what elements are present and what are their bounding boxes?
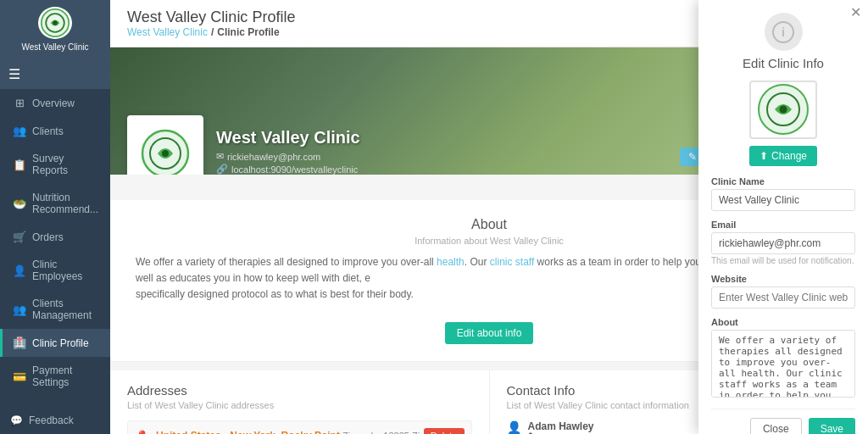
edit-clinic-panel: ✕ i Edit Clinic Info ⬆ Change Clinic Nam… bbox=[698, 0, 868, 434]
svg-text:i: i bbox=[782, 25, 785, 39]
upload-icon: ⬆ bbox=[760, 150, 768, 162]
nutrition-icon: 🥗 bbox=[13, 198, 26, 210]
change-logo-button[interactable]: ⬆ Change bbox=[749, 146, 817, 166]
sidebar-item-label: Clients Management bbox=[32, 298, 100, 321]
location-icon: 📍 bbox=[135, 430, 149, 434]
addresses-section: Addresses List of West Valley Clinic add… bbox=[110, 370, 490, 434]
addresses-title: Addresses bbox=[127, 383, 472, 398]
sidebar-clinic-name: West Valley Clinic bbox=[21, 42, 88, 53]
feedback-item[interactable]: 💬 Feedback bbox=[0, 407, 110, 434]
clients-icon: 👥 bbox=[13, 125, 26, 137]
address-location: United States - New York, Rocky Point Zi… bbox=[156, 428, 465, 434]
sidebar-item-clients[interactable]: 👥 Clients bbox=[0, 117, 110, 145]
sidebar-item-overview[interactable]: ⊞ Overview bbox=[0, 89, 110, 117]
save-button[interactable]: Save bbox=[809, 418, 855, 434]
email-label: Email bbox=[711, 220, 855, 230]
top-bar-row: West Valley Clinic Profile West Valley C… bbox=[127, 8, 295, 38]
close-button[interactable]: Close bbox=[750, 418, 802, 434]
about-health-link[interactable]: health bbox=[437, 256, 465, 268]
address-content: United States - New York, Rocky Point Zi… bbox=[156, 428, 465, 434]
link-icon: 🔗 bbox=[216, 164, 228, 175]
hamburger-menu[interactable]: ☰ bbox=[0, 59, 110, 89]
overview-icon: ⊞ bbox=[13, 97, 26, 109]
sidebar-item-clients-management[interactable]: 👥 Clients Management bbox=[0, 290, 110, 329]
overlay-close-button[interactable]: ✕ bbox=[850, 4, 861, 20]
page-title: West Valley Clinic Profile bbox=[127, 8, 295, 26]
email-hint: This email will be used for notification… bbox=[711, 256, 855, 265]
clinic-logo-preview bbox=[749, 81, 817, 139]
clinic-name: West Valley Clinic bbox=[216, 128, 360, 147]
profile-card: West Valley Clinic ✉ rickiehawley@phr.co… bbox=[127, 115, 360, 175]
about-textarea[interactable]: We offer a variety of therapies all desi… bbox=[711, 330, 855, 398]
profile-meta: ✉ rickiehawley@phr.com 🔗 localhost:9090/… bbox=[216, 151, 360, 175]
about-label: About bbox=[711, 317, 855, 327]
svg-point-2 bbox=[53, 20, 57, 25]
svg-point-10 bbox=[779, 106, 787, 114]
sidebar-item-label: Clients bbox=[32, 125, 64, 137]
delete-address-button[interactable]: Delete bbox=[424, 428, 465, 434]
sidebar-item-label: Survey Reports bbox=[32, 153, 100, 176]
sidebar-item-label: Orders bbox=[32, 231, 64, 243]
sidebar-item-label: Overview bbox=[32, 97, 75, 109]
breadcrumb-link[interactable]: West Valley Clinic bbox=[127, 26, 208, 38]
sidebar-item-label: Payment Settings bbox=[32, 364, 100, 388]
overlay-header: i Edit Clinic Info bbox=[711, 13, 855, 70]
breadcrumb: West Valley Clinic / Clinic Profile bbox=[127, 26, 295, 38]
orders-icon: 🛒 bbox=[13, 231, 26, 243]
sidebar-item-label: Clinic Employees bbox=[32, 259, 100, 282]
address-item: 📍 United States - New York, Rocky Point … bbox=[127, 420, 472, 434]
clinic-name-label: Clinic Name bbox=[711, 176, 855, 186]
profile-website: 🔗 localhost:9090/westvalleyclinic bbox=[216, 164, 360, 175]
feedback-icon: 💬 bbox=[10, 415, 23, 426]
addresses-subtitle: List of West Valley Clinic addresses bbox=[127, 400, 472, 410]
sidebar-item-survey-reports[interactable]: 📋 Survey Reports bbox=[0, 145, 110, 184]
email-group: Email This email will be used for notifi… bbox=[711, 220, 855, 265]
contact-person-icon: 👤 bbox=[507, 420, 521, 434]
svg-point-5 bbox=[162, 150, 169, 157]
sidebar-item-payment-settings[interactable]: 💳 Payment Settings bbox=[0, 357, 110, 396]
payment-icon: 💳 bbox=[13, 370, 26, 383]
feedback-label: Feedback bbox=[29, 415, 74, 426]
about-group: About We offer a variety of therapies al… bbox=[711, 317, 855, 400]
overlay-title: Edit Clinic Info bbox=[711, 56, 855, 70]
sidebar-item-clinic-profile[interactable]: 🏥 Clinic Profile bbox=[0, 329, 110, 357]
about-clinic-link[interactable]: clinic staff bbox=[490, 256, 534, 268]
info-icon-circle: i bbox=[765, 13, 803, 51]
website-input[interactable] bbox=[711, 287, 855, 309]
sidebar: West Valley Clinic ☰ ⊞ Overview 👥 Client… bbox=[0, 0, 110, 434]
employees-icon: 👤 bbox=[13, 264, 26, 277]
sidebar-item-label: Clinic Profile bbox=[32, 337, 89, 349]
profile-info: West Valley Clinic ✉ rickiehawley@phr.co… bbox=[216, 128, 360, 175]
profile-logo-box bbox=[127, 115, 203, 175]
sidebar-logo: West Valley Clinic bbox=[0, 0, 110, 59]
breadcrumb-current: Clinic Profile bbox=[217, 26, 279, 38]
email-icon: ✉ bbox=[216, 151, 224, 162]
sidebar-item-orders[interactable]: 🛒 Orders bbox=[0, 223, 110, 251]
survey-icon: 📋 bbox=[13, 159, 26, 171]
clinic-name-input[interactable] bbox=[711, 189, 855, 211]
website-label: Website bbox=[711, 274, 855, 284]
sidebar-logo-icon bbox=[38, 7, 72, 39]
clinic-profile-icon: 🏥 bbox=[13, 337, 26, 349]
website-group: Website bbox=[711, 274, 855, 309]
profile-email: ✉ rickiehawley@phr.com bbox=[216, 151, 360, 162]
sidebar-item-nutrition[interactable]: 🥗 Nutrition Recommend... bbox=[0, 184, 110, 223]
sidebar-item-clinic-employees[interactable]: 👤 Clinic Employees bbox=[0, 251, 110, 290]
overlay-footer: Close Save bbox=[711, 409, 855, 434]
mgmt-icon: 👥 bbox=[13, 303, 26, 316]
sidebar-item-label: Nutrition Recommend... bbox=[32, 192, 100, 215]
breadcrumb-separator: / bbox=[211, 26, 214, 38]
edit-about-button[interactable]: Edit about info bbox=[445, 322, 534, 344]
clinic-name-group: Clinic Name bbox=[711, 176, 855, 211]
email-input[interactable] bbox=[711, 232, 855, 254]
